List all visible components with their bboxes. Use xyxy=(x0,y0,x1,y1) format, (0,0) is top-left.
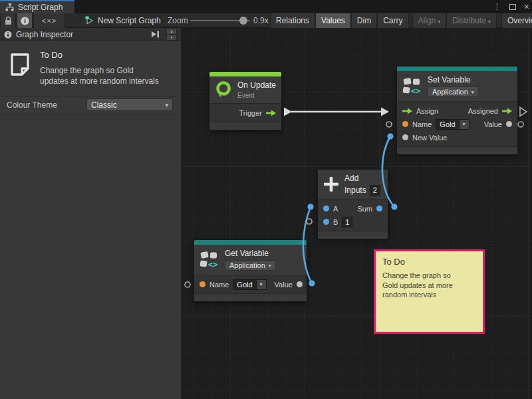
node-color-bar xyxy=(194,240,307,245)
node-on-update[interactable]: On Update Event Trigger xyxy=(209,71,282,130)
chevron-down-icon: ▾ xyxy=(488,19,491,25)
node-title: On Update xyxy=(237,80,276,90)
graph-asset-icon xyxy=(85,16,95,25)
variable-name-dropdown-button[interactable]: ▾ xyxy=(460,119,469,130)
node-set-variable[interactable]: <> Set Variable Application ▾ xyxy=(396,66,518,155)
node-color-bar xyxy=(397,66,517,71)
inspector-toggle-button[interactable] xyxy=(17,13,33,28)
svg-text:<>: <> xyxy=(208,260,217,269)
b-input-port[interactable] xyxy=(323,219,329,225)
main-area: Graph Inspector ▲ ▼ To xyxy=(0,28,532,399)
inputs-count-field[interactable]: 2 xyxy=(370,185,380,196)
external-port-add-b[interactable] xyxy=(307,219,312,224)
node-title: Set Variable xyxy=(428,75,479,84)
node-ports: Name Gold ▾ Value xyxy=(194,275,307,294)
node-footer xyxy=(397,147,517,154)
variable-scope-dropdown[interactable]: Application ▾ xyxy=(428,86,479,97)
external-port-set-value[interactable] xyxy=(518,122,523,127)
window-controls: ⋮ × xyxy=(493,0,529,13)
toolbar-buttons: Relations Values Dim Carry Align▾ Distri… xyxy=(270,13,532,28)
edge-endpoint[interactable] xyxy=(387,133,393,139)
node-title: Add xyxy=(344,174,380,183)
chevron-down-icon: ▾ xyxy=(463,121,466,127)
value-output-port[interactable] xyxy=(506,121,512,127)
plus-icon xyxy=(323,176,339,192)
value-output-port[interactable] xyxy=(297,281,303,287)
panel-scroll-spinner: ▲ ▼ xyxy=(166,29,177,41)
code-preview-button[interactable]: <×> xyxy=(33,13,65,28)
node-get-variable[interactable]: <> Get Variable Application ▾ Name xyxy=(194,239,307,302)
sticky-note[interactable]: To Do Change the graph so Gold updates a… xyxy=(374,249,485,334)
dock-panel-icon[interactable] xyxy=(151,31,160,38)
name-input-port[interactable] xyxy=(402,121,408,127)
arrow-down-icon: ▼ xyxy=(170,35,174,39)
chevron-down-icon: ▾ xyxy=(269,263,271,269)
maximize-icon[interactable] xyxy=(509,4,516,10)
inspector-divider xyxy=(0,114,181,114)
port-sum-label: Sum xyxy=(357,205,372,213)
control-edge-start-arrow xyxy=(284,108,292,116)
port-assign-label: Assign xyxy=(416,107,438,115)
node-footer xyxy=(318,231,388,239)
b-value-field[interactable]: 1 xyxy=(342,217,352,227)
node-add[interactable]: Add Inputs 2 A Sum xyxy=(317,169,388,239)
chevron-down-icon: ▾ xyxy=(165,102,168,108)
zoom-slider-handle[interactable] xyxy=(239,17,247,25)
lock-button[interactable] xyxy=(0,13,16,28)
inspector-title: Graph Inspector xyxy=(16,30,147,39)
control-output-arrow-icon[interactable] xyxy=(502,108,512,114)
colour-theme-select[interactable]: Classic ▾ xyxy=(86,98,173,111)
scroll-down-button[interactable]: ▼ xyxy=(166,35,177,41)
carry-button[interactable]: Carry xyxy=(377,13,408,28)
close-icon[interactable]: × xyxy=(524,2,529,11)
distribute-dropdown[interactable]: Distribute▾ xyxy=(446,13,497,28)
port-assigned-label: Assigned xyxy=(468,107,498,115)
edge-endpoint[interactable] xyxy=(391,203,397,209)
zoom-slider[interactable] xyxy=(190,20,250,21)
dim-button[interactable]: Dim xyxy=(351,13,377,28)
variable-name-value: Gold xyxy=(436,119,459,130)
script-graph-icon xyxy=(5,3,14,11)
new-value-input-port[interactable] xyxy=(402,134,408,140)
node-header: Add Inputs 2 xyxy=(318,170,388,200)
graph-name-label[interactable]: New Script Graph xyxy=(98,13,161,28)
tab-script-graph[interactable]: Script Graph xyxy=(0,0,74,13)
external-port-get-name[interactable] xyxy=(185,282,190,287)
variable-scope-dropdown[interactable]: Application ▾ xyxy=(225,260,276,271)
external-port-assigned[interactable] xyxy=(520,108,527,116)
node-footer xyxy=(209,122,281,130)
name-input-port[interactable] xyxy=(200,281,205,287)
node-footer xyxy=(194,294,307,301)
external-port-set-name[interactable] xyxy=(386,122,392,127)
tab-strip: Script Graph ⋮ × xyxy=(0,0,532,13)
edge-endpoint[interactable] xyxy=(307,203,313,209)
variable-name-value: Gold xyxy=(233,279,256,290)
tab-label: Script Graph xyxy=(18,3,63,12)
colour-theme-row: Colour Theme Classic ▾ xyxy=(0,96,181,114)
info-icon xyxy=(4,31,12,39)
node-header: <> Set Variable Application ▾ xyxy=(397,71,517,102)
sum-output-port[interactable] xyxy=(376,205,382,211)
node-header: <> Get Variable Application ▾ xyxy=(194,245,307,275)
sticky-note-title: To Do xyxy=(382,257,476,267)
variable-name-field[interactable]: Gold ▾ xyxy=(233,279,266,290)
unity-visual-scripting-window: Script Graph ⋮ × <×> xyxy=(0,0,532,399)
window-menu-icon[interactable]: ⋮ xyxy=(493,2,501,11)
control-input-arrow-icon[interactable] xyxy=(402,108,412,114)
sticky-note-body: Change the graph so Gold updates at more… xyxy=(382,271,467,300)
arrow-up-icon: ▲ xyxy=(170,29,174,33)
inputs-label: Inputs xyxy=(344,186,366,195)
port-b-label: B xyxy=(333,218,338,226)
variable-name-field[interactable]: Gold ▾ xyxy=(436,119,469,130)
align-dropdown[interactable]: Align▾ xyxy=(412,13,447,28)
overview-button[interactable]: Overview xyxy=(501,13,532,28)
edge-endpoint[interactable] xyxy=(309,280,315,286)
a-input-port[interactable] xyxy=(323,205,329,211)
graph-canvas[interactable]: To Do Change the graph so Gold updates a… xyxy=(182,28,531,399)
scroll-up-button[interactable]: ▲ xyxy=(166,29,177,35)
control-output-arrow-icon[interactable] xyxy=(266,110,276,116)
relations-button[interactable]: Relations xyxy=(270,13,315,28)
variable-name-dropdown-button[interactable]: ▾ xyxy=(257,279,267,290)
values-button[interactable]: Values xyxy=(315,13,351,28)
lock-icon xyxy=(5,17,12,25)
